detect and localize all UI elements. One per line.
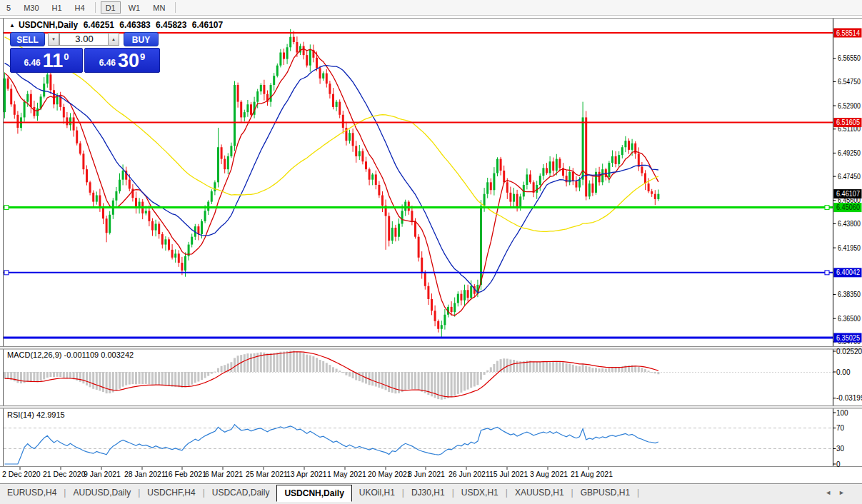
volume-increase-button[interactable]: ▲ [108, 33, 119, 46]
rsi-line [5, 425, 658, 464]
svg-text:26 Jun 2021: 26 Jun 2021 [448, 470, 490, 478]
buy-price-pips: 30 [118, 51, 139, 71]
tab-gbpusd-h1[interactable]: GBPUSD,H1 [573, 485, 637, 500]
tab-eurusd-h4[interactable]: EURUSD,H4 [0, 485, 64, 500]
rsi-level-lines [4, 428, 833, 449]
svg-text:9 Jan 2021: 9 Jan 2021 [84, 470, 121, 478]
horizontal-level-lines[interactable] [4, 33, 833, 338]
svg-text:30: 30 [836, 445, 845, 453]
svg-text:6.52900: 6.52900 [838, 102, 861, 110]
svg-text:6.45060: 6.45060 [836, 203, 860, 211]
svg-text:20 May 2021: 20 May 2021 [368, 470, 411, 478]
svg-text:21 Dec 2020: 21 Dec 2020 [43, 470, 86, 478]
svg-text:6 Mar 2021: 6 Mar 2021 [205, 470, 243, 478]
ohlc-open: 6.46251 [84, 20, 114, 30]
macd-indicator-label: MACD(12,26,9) -0.001109 0.003242 [7, 351, 134, 359]
tab-usdcnh-daily[interactable]: USDCNH,Daily [276, 485, 351, 502]
svg-text:6.49250: 6.49250 [838, 149, 861, 157]
svg-text:0.00: 0.00 [836, 368, 851, 376]
svg-text:-0.031994: -0.031994 [836, 394, 862, 402]
line-drag-handle[interactable] [4, 206, 9, 210]
macd-axis: 0.0252090.00-0.031994 [833, 348, 862, 403]
ohlc-high: 6.46383 [119, 20, 150, 30]
collapse-icon[interactable]: ▲ [9, 22, 15, 29]
svg-text:6.54750: 6.54750 [838, 78, 861, 86]
svg-text:6.51605: 6.51605 [836, 119, 860, 126]
svg-text:3 Aug 2021: 3 Aug 2021 [530, 470, 568, 478]
svg-text:100: 100 [836, 409, 848, 417]
svg-text:6.35025: 6.35025 [836, 334, 860, 342]
volume-input[interactable]: 3.00 [59, 33, 109, 46]
caret-up-icon: ▲ [111, 37, 116, 41]
svg-text:6.46107: 6.46107 [836, 190, 860, 198]
svg-text:15 Jul 2021: 15 Jul 2021 [489, 470, 528, 478]
caret-down-icon: ▼ [51, 37, 56, 41]
moving-average-8 [5, 49, 658, 316]
svg-text:0: 0 [836, 460, 841, 468]
tab-usdx-h1[interactable]: USDX,H1 [454, 485, 506, 500]
candlestick-series [4, 29, 659, 338]
svg-text:6.36500: 6.36500 [838, 315, 861, 323]
line-drag-handle[interactable] [825, 206, 829, 210]
svg-text:6.41950: 6.41950 [838, 244, 861, 252]
svg-text:6.47450: 6.47450 [838, 173, 861, 181]
tab-audusd-daily[interactable]: AUDUSD,Daily [66, 485, 138, 500]
symbol-tab-bar: EURUSD,H4|AUDUSD,Daily|USDCHF,H4|USDCAD,… [0, 483, 862, 504]
symbol-title: USDCNH,Daily [19, 20, 78, 30]
svg-text:21 Aug 2021: 21 Aug 2021 [571, 470, 613, 478]
sell-price-pips: 11 [43, 51, 64, 71]
svg-text:28 Jan 2021: 28 Jan 2021 [124, 470, 166, 478]
sell-button[interactable]: SELL [10, 32, 45, 46]
svg-text:13 Apr 2021: 13 Apr 2021 [286, 470, 327, 478]
tab-usdcad-daily[interactable]: USDCAD,Daily [205, 485, 277, 500]
tab-usdchf-h4[interactable]: USDCHF,H4 [140, 485, 202, 500]
sell-price-base: 6.46 [24, 58, 40, 68]
rsi-axis: 10070300 [833, 409, 849, 468]
svg-text:25 Mar 2021: 25 Mar 2021 [246, 470, 288, 478]
date-axis[interactable]: 2 Dec 202021 Dec 20209 Jan 202128 Jan 20… [2, 467, 613, 478]
buy-price-pipette: 9 [140, 51, 145, 62]
svg-text:6.56550: 6.56550 [838, 54, 861, 62]
svg-text:16 Feb 2021: 16 Feb 2021 [164, 470, 206, 478]
volume-decrease-button[interactable]: ▼ [48, 33, 59, 46]
sell-price-pipette: 0 [64, 51, 69, 62]
buy-button[interactable]: BUY [124, 32, 159, 46]
svg-text:6.58514: 6.58514 [836, 29, 860, 37]
price-axis[interactable]: 6.565506.547506.529006.511006.492506.474… [833, 29, 862, 346]
svg-text:2 Dec 2020: 2 Dec 2020 [2, 470, 41, 478]
tab-separator: | [637, 485, 639, 498]
ohlc-low: 6.45823 [156, 20, 186, 30]
sell-price-box[interactable]: 6.46110 [10, 48, 83, 73]
tab-xauusd-h1[interactable]: XAUUSD,H1 [508, 485, 571, 500]
svg-text:70: 70 [836, 424, 845, 432]
tab-ukoil-h1[interactable]: UKOil,H1 [352, 485, 402, 500]
tab-dj30-h1[interactable]: DJ30,H1 [404, 485, 452, 500]
rsi-indicator-label: RSI(14) 42.9915 [7, 410, 65, 419]
line-drag-handle[interactable] [825, 271, 829, 275]
chart-canvas[interactable]: 6.565506.547506.529006.511006.492506.474… [0, 0, 862, 504]
panel-frame [0, 19, 862, 467]
svg-text:6.43800: 6.43800 [838, 220, 861, 228]
svg-text:6.40042: 6.40042 [836, 268, 860, 276]
tab-scroll-arrows[interactable]: ◄► [825, 485, 852, 496]
ohlc-close: 6.46107 [192, 20, 223, 30]
trading-terminal-window: 5M30H1H4D1W1MN 6.565506.547506.529006.51… [0, 0, 862, 504]
svg-text:0.025209: 0.025209 [836, 348, 862, 356]
buy-price-base: 6.46 [99, 58, 116, 68]
chart-ohlc-header: ▲USDCNH,Daily 6.46251 6.46383 6.45823 6.… [9, 20, 226, 30]
svg-text:8 Jun 2021: 8 Jun 2021 [408, 470, 445, 478]
line-drag-handle[interactable] [4, 271, 9, 275]
buy-price-box[interactable]: 6.46309 [84, 48, 160, 73]
svg-text:6.38350: 6.38350 [838, 291, 861, 298]
svg-text:1 May 2021: 1 May 2021 [327, 470, 366, 478]
